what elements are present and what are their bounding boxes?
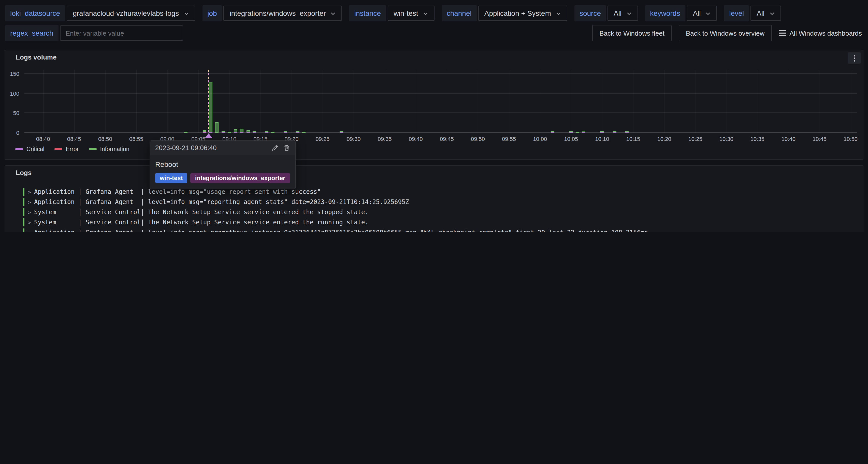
expand-chevron-icon[interactable]: > [28, 230, 31, 232]
chevron-down-icon [626, 10, 632, 16]
back-to-windows-fleet-button[interactable]: Back to Windows fleet [592, 25, 672, 41]
chart-bar-segment-information [209, 82, 213, 132]
log-line-text: Application | Grafana Agent | level=info… [34, 188, 321, 195]
regex-search-control: regex_search [5, 25, 183, 41]
log-row[interactable]: > Application | Grafana Agent | level=in… [11, 229, 861, 232]
x-tick-label: 10:40 [781, 136, 796, 142]
chevron-down-icon [331, 10, 336, 16]
x-gridline [322, 70, 323, 133]
x-gridline [416, 70, 416, 133]
logs-volume-panel: Logs volume 050100150 08:4008:4508:5008:… [5, 50, 863, 160]
x-gridline [851, 70, 851, 133]
x-gridline [633, 70, 634, 133]
chart-bar-segment-information [228, 132, 231, 133]
variable-label: loki_datasource [5, 5, 65, 21]
variable-select[interactable]: integrations/windows_exporter [224, 6, 342, 21]
variable-control-loki_datasource: loki_datasource grafanacloud-vzhuravlevl… [5, 5, 195, 21]
x-gridline [74, 70, 74, 133]
x-tick-label: 10:45 [812, 136, 827, 142]
expand-chevron-icon[interactable]: > [28, 209, 31, 215]
chart-bar-segment-information [184, 132, 188, 133]
variable-select[interactable]: grafanacloud-vzhuravlevlabs-logs [67, 6, 195, 21]
chart-bar [240, 70, 244, 133]
variable-label: keywords [645, 5, 685, 21]
chart-bar [284, 70, 287, 133]
variable-select[interactable]: All [608, 6, 638, 21]
chart-bar [184, 70, 188, 133]
logs-volume-panel-title: Logs volume [16, 54, 57, 61]
log-line-text: Application | Grafana Agent | level=info… [34, 198, 409, 206]
variable-value: integrations/windows_exporter [230, 9, 326, 17]
x-gridline [695, 70, 696, 133]
log-level-indicator [23, 228, 24, 232]
chart-bar-segment-information [203, 130, 206, 132]
variable-select[interactable]: win-test [388, 6, 434, 21]
expand-chevron-icon[interactable]: > [28, 199, 31, 205]
logs-panel: Logs > Application | Grafana Agent | lev… [5, 165, 863, 232]
chart-bar-segment-information [625, 131, 629, 132]
annotation-tags: win-testintegrations/windows_exporter [155, 173, 290, 183]
variable-control-channel: channel Application + System [442, 5, 567, 21]
x-tick-label: 08:40 [36, 136, 50, 142]
annotation-tag[interactable]: win-test [155, 173, 187, 183]
x-gridline [198, 70, 199, 133]
variable-select[interactable]: All [750, 6, 781, 21]
y-tick-label: 150 [6, 71, 19, 77]
edit-annotation-pencil-icon[interactable] [272, 145, 278, 151]
x-tick-label: 10:10 [595, 136, 609, 142]
log-line-text: System | Service Control| The Network Se… [34, 209, 369, 216]
variable-control-source: source All [575, 5, 638, 21]
legend-item-critical[interactable]: Critical [15, 146, 44, 152]
variable-control-instance: instance win-test [349, 5, 435, 21]
hamburger-icon [779, 30, 786, 36]
log-row[interactable]: > System | Service Control| The Network … [11, 209, 861, 216]
chart-bar [613, 70, 616, 133]
logs-volume-chart [24, 70, 857, 133]
variable-select[interactable]: Application + System [478, 6, 567, 21]
chart-bar [209, 70, 213, 133]
legend-label: Critical [27, 146, 44, 152]
x-tick-label: 09:40 [409, 136, 423, 142]
x-gridline [540, 70, 540, 133]
x-tick-label: 09:50 [471, 136, 485, 142]
x-gridline [43, 70, 43, 133]
chart-bar-segment-information [221, 131, 225, 132]
chart-bar-segment-information [246, 130, 250, 132]
x-gridline [757, 70, 758, 133]
delete-annotation-trash-icon[interactable] [283, 145, 290, 151]
chart-bar [576, 70, 579, 133]
regex-search-input[interactable] [60, 25, 183, 41]
log-rows: > Application | Grafana Agent | level=in… [11, 188, 861, 232]
annotation-tooltip-body: Reboot win-testintegrations/windows_expo… [150, 155, 295, 189]
chevron-down-icon [556, 10, 561, 16]
chart-legend: CriticalErrorInformation [15, 146, 129, 152]
legend-item-information[interactable]: Information [89, 146, 129, 152]
variable-value: All [756, 9, 765, 17]
x-tick-label: 10:05 [564, 136, 578, 142]
log-row[interactable]: > Application | Grafana Agent | level=in… [11, 188, 861, 195]
chart-bar-segment-information [252, 131, 256, 132]
chevron-down-icon [183, 10, 189, 16]
annotation-tag[interactable]: integrations/windows_exporter [190, 173, 290, 183]
annotation-timestamp: 2023-09-21 09:06:40 [155, 144, 216, 152]
annotation-tooltip: 2023-09-21 09:06:40 Reboot win-testinteg… [150, 141, 296, 189]
chart-bar [221, 70, 225, 133]
x-tick-label: 10:25 [688, 136, 703, 142]
expand-chevron-icon[interactable]: > [28, 220, 31, 225]
back-to-windows-overview-button[interactable]: Back to Windows overview [679, 25, 772, 41]
log-row[interactable]: > Application | Grafana Agent | level=in… [11, 198, 861, 206]
y-tick-label: 0 [6, 130, 19, 136]
panel-menu-kebab-icon[interactable] [848, 53, 861, 64]
annotation-line [208, 70, 209, 133]
expand-chevron-icon[interactable]: > [28, 189, 31, 195]
all-windows-dashboards-link[interactable]: All Windows dashboards [779, 29, 862, 37]
variable-select[interactable]: All [687, 6, 717, 21]
legend-item-error[interactable]: Error [55, 146, 79, 152]
x-gridline [167, 70, 168, 133]
log-level-indicator [23, 198, 24, 206]
x-gridline [291, 70, 292, 133]
log-row[interactable]: > System | Service Control| The Network … [11, 219, 861, 226]
y-gridline [24, 73, 857, 74]
log-level-indicator [23, 188, 24, 196]
chart-bar-segment-information [302, 132, 306, 133]
